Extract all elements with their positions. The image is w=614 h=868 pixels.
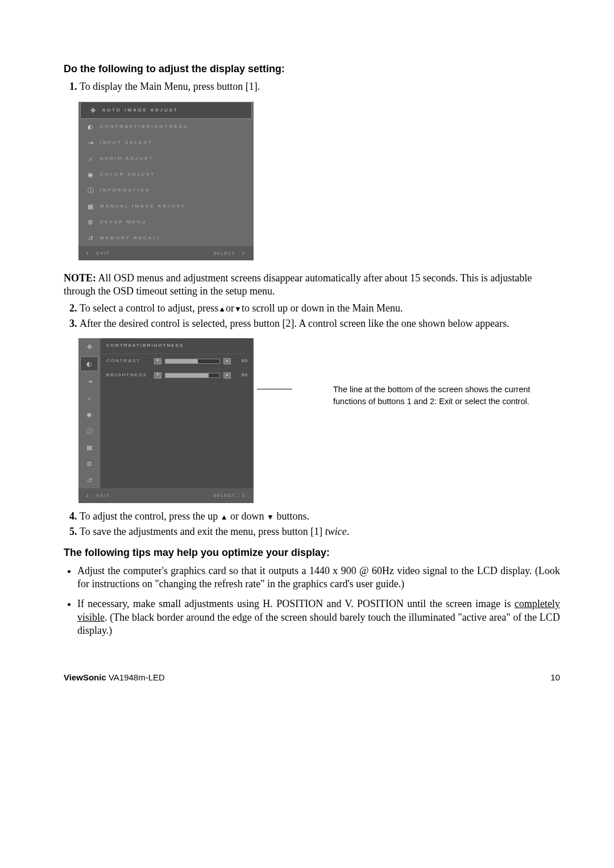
brightness-row[interactable]: BRIGHTNESS ▼ ▲ 80 (101, 368, 254, 383)
step-2b: or (226, 302, 234, 314)
auto-image-adjust-icon: ✥ (86, 106, 99, 114)
step-3: After the desired control is selected, p… (80, 317, 560, 330)
brightness-value: 80 (234, 372, 248, 378)
osd-control-screen-wrapper: ✥ ◐ ⇥ ♪ ◉ ⓘ ▦ ⚙ ↺ CONTRAST/BRIGHTNESS CO… (78, 338, 560, 502)
steps-list-3: To adjust the control, press the up ▲ or… (64, 510, 560, 539)
osd-main-menu: ✥ AUTO IMAGE ADJUST ◐ CONTRAST/BRIGHTNES… (78, 102, 254, 260)
input-select-icon: ⇥ (84, 139, 97, 147)
step-2a: To select a control to adjust, press (80, 302, 218, 314)
sb-memory-recall-icon[interactable]: ↺ (78, 472, 100, 488)
step-5c: . (347, 526, 350, 537)
down-triangle-icon: ▼ (267, 513, 274, 521)
contrast-slider[interactable] (165, 359, 220, 364)
up-triangle-icon: ▲ (221, 513, 228, 521)
step-4: To adjust the control, press the up ▲ or… (80, 510, 560, 523)
osd-item-label: AUTO IMAGE ADJUST (99, 107, 246, 113)
note-text: All OSD menus and adjustment screens dis… (64, 272, 532, 297)
contrast-brightness-icon: ◐ (84, 123, 97, 131)
note: NOTE: All OSD menus and adjustment scree… (64, 272, 560, 298)
step-1: To display the Main Menu, press button [… (80, 80, 560, 93)
sb-manual-image-adjust-icon[interactable]: ▦ (78, 439, 100, 455)
step-4b: or down (228, 510, 267, 522)
tip-1: Adjust the computer's graphics card so t… (77, 564, 560, 591)
step-5: To save the adjustments and exit the men… (80, 525, 560, 538)
osd-control-footer: 1 : EXIT SELECT : 2 (78, 488, 254, 502)
osd-item-memory-recall[interactable]: ↺ MEMORY RECALL (78, 230, 254, 246)
brightness-down-button[interactable]: ▼ (154, 372, 161, 379)
brightness-slider[interactable] (165, 373, 220, 378)
osd-item-audio-adjust[interactable]: ♪ AUDIO ADJUST (78, 151, 254, 167)
page-footer: ViewSonic VA1948m-LED 10 (64, 672, 560, 683)
osd-control-screen: ✥ ◐ ⇥ ♪ ◉ ⓘ ▦ ⚙ ↺ CONTRAST/BRIGHTNESS CO… (78, 338, 254, 502)
osd-item-input-select[interactable]: ⇥ INPUT SELECT (78, 135, 254, 151)
osd-footer-exit: 1 : EXIT (86, 251, 110, 256)
sb-audio-adjust-icon[interactable]: ♪ (78, 389, 100, 406)
audio-adjust-icon: ♪ (84, 155, 97, 163)
manual-image-adjust-icon: ▦ (84, 202, 97, 210)
sb-contrast-brightness-icon[interactable]: ◐ (80, 356, 98, 371)
step-4c: buttons. (274, 510, 309, 522)
step-5b: twice (325, 526, 347, 537)
osd-item-label: AUDIO ADJUST (97, 156, 248, 161)
information-icon: ⓘ (84, 186, 97, 194)
osd-item-label: MEMORY RECALL (97, 235, 248, 241)
step-2c: to scroll up or down in the Main Menu. (242, 302, 403, 314)
callout-connector (257, 389, 292, 389)
footer-model: VA1948m-LED (106, 672, 165, 682)
steps-list: To display the Main Menu, press button [… (64, 80, 560, 93)
contrast-value: 60 (234, 358, 248, 364)
footer-brand: ViewSonic (64, 672, 106, 682)
tip-2a: If necessary, make small adjustments usi… (77, 598, 515, 609)
heading-adjust: Do the following to adjust the display s… (64, 63, 560, 76)
osd-footer-select: SELECT : 2 (213, 251, 246, 256)
tip-2b: . (The black border around the edge of t… (77, 612, 560, 636)
sb-information-icon[interactable]: ⓘ (78, 422, 100, 439)
sb-input-select-icon[interactable]: ⇥ (78, 373, 100, 389)
osd-item-contrast-brightness[interactable]: ◐ CONTRAST/BRIGHTNESS (78, 119, 254, 135)
down-triangle-icon: ▼ (234, 305, 242, 313)
step-4a: To adjust the control, press the up (80, 510, 221, 522)
setup-menu-icon: ⚙ (84, 218, 97, 226)
osd-control-main: CONTRAST/BRIGHTNESS CONTRAST ▼ ▲ 60 BRIG… (100, 338, 254, 488)
osd-control-title: CONTRAST/BRIGHTNESS (101, 338, 254, 354)
up-triangle-icon: ▲ (218, 305, 226, 313)
brightness-label: BRIGHTNESS (106, 372, 151, 378)
callout-text: The line at the bottom of the screen sho… (333, 384, 532, 408)
osd-control-footer-select: SELECT : 2 (213, 493, 246, 498)
memory-recall-icon: ↺ (84, 234, 97, 242)
sb-auto-image-adjust-icon[interactable]: ✥ (78, 338, 100, 355)
step-2: To select a control to adjust, press▲or▼… (80, 302, 560, 315)
osd-item-manual-image-adjust[interactable]: ▦ MANUAL IMAGE ADJUST (78, 198, 254, 214)
contrast-down-button[interactable]: ▼ (154, 358, 161, 364)
osd-item-setup-menu[interactable]: ⚙ SETUP MENU (78, 214, 254, 230)
tip-2: If necessary, make small adjustments usi… (77, 597, 560, 637)
step-5a: To save the adjustments and exit the men… (80, 526, 325, 537)
footer-page-number: 10 (550, 672, 560, 683)
contrast-row[interactable]: CONTRAST ▼ ▲ 60 (101, 354, 254, 368)
steps-list-2: To select a control to adjust, press▲or▼… (64, 302, 560, 331)
osd-item-auto-image-adjust[interactable]: ✥ AUTO IMAGE ADJUST (80, 102, 252, 119)
osd-item-label: MANUAL IMAGE ADJUST (97, 203, 248, 209)
osd-sidebar: ✥ ◐ ⇥ ♪ ◉ ⓘ ▦ ⚙ ↺ (78, 338, 100, 488)
contrast-up-button[interactable]: ▲ (223, 358, 231, 364)
osd-item-label: SETUP MENU (97, 219, 248, 225)
color-adjust-icon: ◉ (84, 171, 97, 178)
osd-item-label: CONTRAST/BRIGHTNESS (97, 124, 248, 130)
contrast-label: CONTRAST (106, 358, 151, 364)
osd-item-color-adjust[interactable]: ◉ COLOR ADJUST (78, 167, 254, 182)
osd-item-information[interactable]: ⓘ INFORMATION (78, 182, 254, 198)
sb-color-adjust-icon[interactable]: ◉ (78, 406, 100, 422)
note-label: NOTE: (64, 272, 96, 284)
osd-item-label: COLOR ADJUST (97, 172, 248, 177)
sb-setup-menu-icon[interactable]: ⚙ (78, 455, 100, 472)
osd-footer: 1 : EXIT SELECT : 2 (78, 246, 254, 260)
tips-list: Adjust the computer's graphics card so t… (64, 564, 560, 638)
osd-control-footer-exit: 1 : EXIT (86, 493, 110, 498)
osd-item-label: INFORMATION (97, 188, 248, 193)
osd-item-label: INPUT SELECT (97, 140, 248, 146)
heading-tips: The following tips may help you optimize… (64, 546, 560, 559)
brightness-up-button[interactable]: ▲ (223, 372, 231, 379)
